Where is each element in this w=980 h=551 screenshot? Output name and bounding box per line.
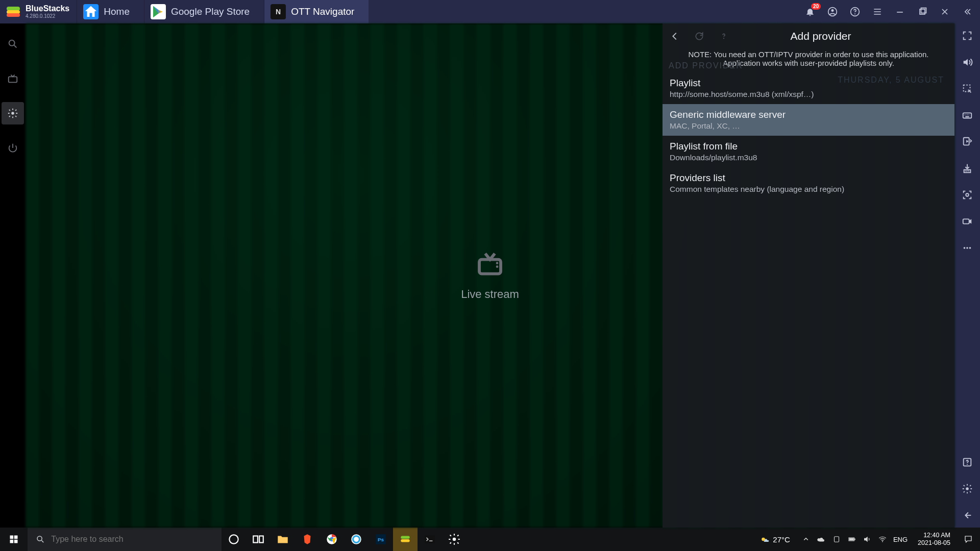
nav-search[interactable]	[2, 33, 24, 55]
notification-badge: 20	[811, 3, 821, 10]
play-store-icon	[151, 4, 166, 19]
option-generic-middleware[interactable]: Generic middleware server MAC, Portal, X…	[663, 104, 954, 136]
close-button[interactable]	[939, 6, 950, 17]
svg-rect-51	[849, 538, 854, 541]
tray-clock[interactable]: 12:40 AM 2021-08-05	[914, 532, 954, 547]
apk-install-icon[interactable]: APK	[961, 162, 973, 174]
pin-app-s[interactable]	[344, 528, 369, 551]
taskbar-search-input[interactable]	[51, 535, 213, 544]
tray-date: 2021-08-05	[918, 539, 950, 547]
weather-widget[interactable]: 27°C	[760, 534, 795, 544]
svg-point-13	[496, 262, 499, 264]
svg-rect-32	[14, 540, 18, 543]
panel-help-button[interactable]	[712, 31, 736, 41]
option-sub: Downloads/playlist.m3u8	[670, 153, 947, 162]
tray-cloud-icon[interactable]	[817, 535, 826, 544]
option-playlist-from-file[interactable]: Playlist from file Downloads/playlist.m3…	[663, 136, 954, 167]
svg-point-27	[967, 464, 968, 465]
hamburger-button[interactable]	[872, 6, 883, 17]
svg-point-9	[9, 40, 15, 46]
svg-point-24	[966, 247, 968, 249]
settings-icon[interactable]	[961, 483, 973, 495]
bluestacks-titlebar: BlueStacks 4.280.0.1022 Home Google Play…	[0, 0, 980, 23]
system-tray: 27°C ENG 12:40 AM 2021-08-05	[755, 532, 980, 547]
fullscreen-icon[interactable]	[961, 30, 973, 42]
svg-point-4	[831, 9, 834, 12]
tab-label: Google Play Store	[171, 6, 250, 17]
svg-rect-17	[963, 113, 972, 118]
svg-rect-48	[834, 537, 839, 542]
svg-point-28	[966, 487, 969, 490]
collapse-side-toolbar-button[interactable]	[962, 6, 973, 17]
bluestacks-icon	[5, 4, 21, 20]
svg-rect-30	[14, 536, 18, 539]
tab-home[interactable]: Home	[77, 0, 144, 23]
tray-action-center[interactable]	[961, 535, 976, 544]
pin-bluestacks[interactable]	[393, 528, 418, 551]
svg-rect-35	[253, 536, 258, 543]
svg-point-6	[854, 13, 855, 14]
minimize-button[interactable]	[894, 6, 905, 17]
option-sub: http://some.host/some.m3u8 (xml/xspf…)	[670, 90, 947, 99]
svg-text:Ps: Ps	[378, 537, 384, 542]
svg-rect-22	[963, 219, 969, 223]
keyboard-icon[interactable]	[961, 109, 973, 121]
svg-point-15	[723, 38, 724, 39]
option-sub: Common templates nearby (language and re…	[670, 185, 947, 194]
pin-taskview[interactable]	[246, 528, 271, 551]
pin-terminal[interactable]	[418, 528, 442, 551]
svg-rect-31	[10, 540, 14, 543]
start-button[interactable]	[0, 528, 28, 551]
help-box-icon[interactable]	[961, 456, 973, 468]
search-icon	[36, 534, 45, 544]
live-stream-label: Live stream	[461, 288, 519, 301]
back-arrow-icon[interactable]	[961, 509, 973, 521]
home-icon	[83, 4, 99, 19]
tray-volume-icon[interactable]	[863, 535, 872, 544]
volume-icon[interactable]	[961, 56, 973, 68]
pin-chrome[interactable]	[320, 528, 344, 551]
option-providers-list[interactable]: Providers list Common templates nearby (…	[663, 167, 954, 199]
weather-icon	[760, 534, 770, 544]
option-title: Playlist from file	[670, 141, 947, 152]
pin-settings[interactable]	[442, 528, 467, 551]
nav-power[interactable]	[2, 137, 24, 159]
svg-point-52	[882, 541, 883, 542]
windows-taskbar: Ps 27°C ENG 12:40 AM 2021-08-05	[0, 528, 980, 551]
media-sync-icon[interactable]	[961, 136, 973, 148]
tray-wifi-icon[interactable]	[878, 535, 887, 544]
svg-rect-45	[425, 535, 435, 543]
pin-cortana[interactable]	[222, 528, 246, 551]
titlebar-actions: 20	[797, 6, 980, 17]
pin-brave[interactable]	[295, 528, 320, 551]
nav-settings[interactable]	[2, 102, 24, 124]
bluestacks-logo: BlueStacks 4.280.0.1022	[0, 4, 77, 20]
panel-refresh-button[interactable]	[687, 31, 712, 41]
record-icon[interactable]	[961, 215, 973, 228]
svg-rect-8	[921, 8, 926, 13]
notifications-button[interactable]: 20	[804, 6, 816, 17]
svg-point-25	[969, 247, 971, 249]
svg-point-11	[11, 112, 14, 115]
maximize-button[interactable]	[917, 6, 928, 17]
tray-bluetooth-icon[interactable]	[832, 535, 841, 544]
tray-chevron-up-icon[interactable]	[801, 535, 811, 544]
pin-photoshop[interactable]: Ps	[369, 528, 393, 551]
tray-time: 12:40 AM	[918, 532, 950, 539]
nav-live[interactable]	[2, 67, 24, 90]
pin-explorer[interactable]	[271, 528, 295, 551]
camera-scan-icon[interactable]	[961, 189, 973, 201]
select-tool-icon[interactable]	[961, 83, 973, 95]
tray-battery-icon[interactable]	[847, 535, 856, 544]
help-button[interactable]	[849, 6, 861, 17]
tray-language[interactable]: ENG	[893, 536, 908, 543]
taskbar-search[interactable]	[28, 528, 222, 551]
tab-ott-navigator[interactable]: N OTT Navigator	[264, 0, 369, 23]
ott-navigator-icon: N	[271, 4, 286, 19]
more-icon[interactable]	[961, 242, 973, 254]
tab-play-store[interactable]: Google Play Store	[144, 0, 264, 23]
add-provider-panel: ADD PROVIDER THURSDAY, 5 AUGUST Add prov…	[663, 23, 954, 528]
account-button[interactable]	[827, 6, 838, 17]
panel-back-button[interactable]	[663, 31, 687, 42]
svg-rect-1	[7, 10, 20, 14]
